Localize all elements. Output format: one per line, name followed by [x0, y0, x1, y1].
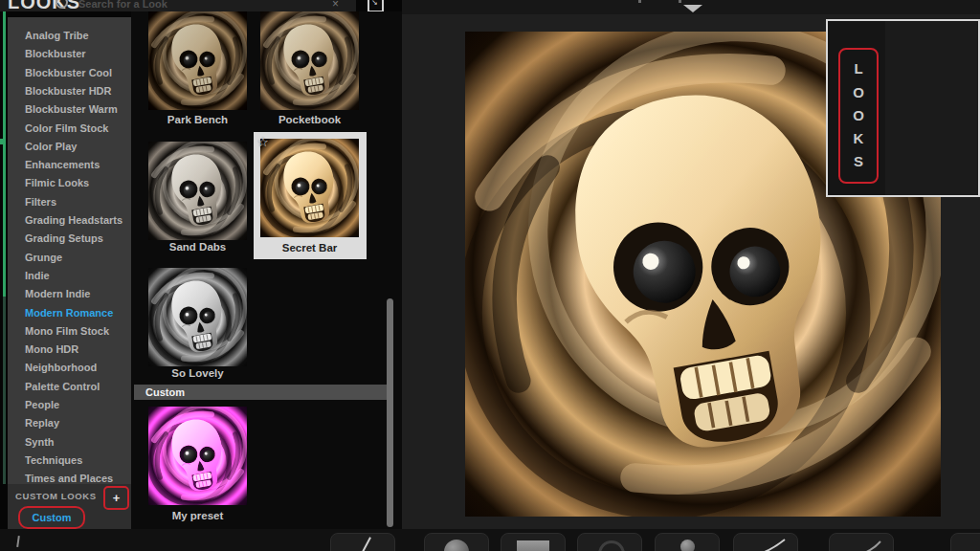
preset-thumbnail	[260, 139, 359, 237]
tool-button-ball[interactable]	[655, 533, 720, 551]
clear-search-icon[interactable]: ×	[332, 0, 339, 11]
pen-tool-icon	[356, 537, 371, 551]
preset-thumb-pocketbook[interactable]	[260, 11, 359, 110]
sidebar-item-people[interactable]: People	[8, 396, 131, 414]
curve-tool-icon	[743, 538, 789, 551]
sidebar-item-grunge[interactable]: Grunge	[8, 249, 131, 267]
rectangle-tool-icon	[517, 540, 549, 551]
preset-panel-scrollbar-thumb[interactable]	[387, 298, 393, 527]
preset-thumb-park-bench[interactable]	[148, 11, 247, 110]
tool-button-curve[interactable]	[733, 533, 798, 551]
looks-tab-panel[interactable]: L O O K S	[826, 19, 980, 197]
search-bar: LOOKS Search for a Look ×	[0, 0, 356, 11]
sidebar-item-blockbuster[interactable]: Blockbuster	[8, 45, 131, 63]
star-icon[interactable]: ☆	[257, 135, 269, 149]
sidebar-item-mono-film-stock[interactable]: Mono Film Stock	[8, 322, 131, 341]
sidebar-item-filters[interactable]: Filters	[8, 193, 131, 211]
sidebar-item-custom[interactable]: Custom	[18, 506, 85, 529]
preset-thumb-my-preset[interactable]	[148, 407, 247, 505]
sidebar-item-indie[interactable]: Indie	[8, 267, 131, 285]
app-logo: LOOKS	[8, 0, 80, 11]
tool-button-curve-2[interactable]	[829, 533, 894, 551]
ring-tool-icon	[598, 540, 625, 551]
sidebar-item-palette-control[interactable]: Palette Control	[8, 378, 131, 396]
looks-annotation-box: L O O K S	[838, 48, 879, 184]
preset-label: Sand Dabs	[148, 241, 247, 253]
sidebar-item-grading-headstarts[interactable]: Grading Headstarts	[8, 211, 131, 230]
sidebar-item-color-film-stock[interactable]: Color Film Stock	[8, 120, 131, 138]
looks-app-window: LOOKS Search for a Look × ↘ Analog Tribe…	[0, 0, 980, 551]
sidebar-item-analog-tribe[interactable]: Analog Tribe	[8, 27, 131, 45]
preset-label: My preset	[148, 510, 247, 521]
sidebar-item-modern-indie[interactable]: Modern Indie	[8, 285, 131, 303]
sidebar-item-techniques[interactable]: Techniques	[8, 452, 131, 470]
preset-thumb-so-lovely[interactable]	[148, 268, 247, 366]
tool-button-blank[interactable]	[950, 533, 980, 551]
sidebar-item-blockbuster-warm[interactable]: Blockbuster Warm	[8, 100, 131, 119]
top-tick	[679, 0, 681, 3]
preset-label: So Lovely	[148, 367, 247, 379]
green-accent-line	[3, 10, 6, 297]
tool-button-pen[interactable]	[330, 533, 395, 551]
sphere-tool-icon	[444, 540, 469, 551]
looks-letter: L	[854, 59, 862, 78]
preset-label: Pocketbook	[260, 114, 359, 125]
looks-letter: O	[853, 83, 864, 102]
preset-thumb-sand-dabs[interactable]	[148, 142, 247, 240]
chevron-down-icon[interactable]	[683, 5, 702, 12]
preset-label: Park Bench	[148, 114, 247, 125]
curve-tool-icon	[838, 538, 884, 551]
sidebar-item-blockbuster-cool[interactable]: Blockbuster Cool	[8, 64, 131, 82]
tool-button-ring[interactable]	[577, 533, 642, 551]
sidebar-item-modern-romance[interactable]: Modern Romance	[8, 304, 131, 322]
sidebar-item-enhancements[interactable]: Enhancements	[8, 156, 131, 174]
edge-tick-teal	[0, 139, 4, 144]
tool-button-rectangle[interactable]	[501, 533, 566, 551]
green-accent-line-dim	[3, 297, 6, 484]
sidebar-item-filmic-looks[interactable]: Filmic Looks	[8, 174, 131, 192]
looks-letter: O	[853, 106, 864, 125]
sidebar-item-mono-hdr[interactable]: Mono HDR	[8, 341, 131, 359]
sidebar-item-neighborhood[interactable]: Neighborhood	[8, 359, 131, 377]
sidebar-item-color-play[interactable]: Color Play	[8, 138, 131, 156]
looks-letter: K	[854, 129, 864, 148]
sidebar-item-blockbuster-hdr[interactable]: Blockbuster HDR	[8, 82, 131, 100]
tool-button-sphere[interactable]	[424, 533, 489, 551]
looks-letter: S	[854, 152, 863, 171]
preset-label: Secret Bar	[260, 242, 359, 253]
sidebar-item-grading-setups[interactable]: Grading Setups	[8, 230, 131, 248]
ball-tool-icon	[680, 540, 695, 551]
custom-section-header: Custom	[134, 385, 390, 400]
sidebar-item-replay[interactable]: Replay	[8, 414, 131, 432]
sidebar-item-synth[interactable]: Synth	[8, 433, 131, 452]
custom-looks-header: CUSTOM LOOKS	[15, 491, 97, 501]
top-tick	[638, 0, 641, 3]
add-custom-look-button[interactable]: +	[103, 486, 129, 510]
search-input[interactable]: Search for a Look	[78, 0, 167, 10]
preset-selected-secret-bar[interactable]: ☆ Secret Bar	[254, 132, 367, 259]
